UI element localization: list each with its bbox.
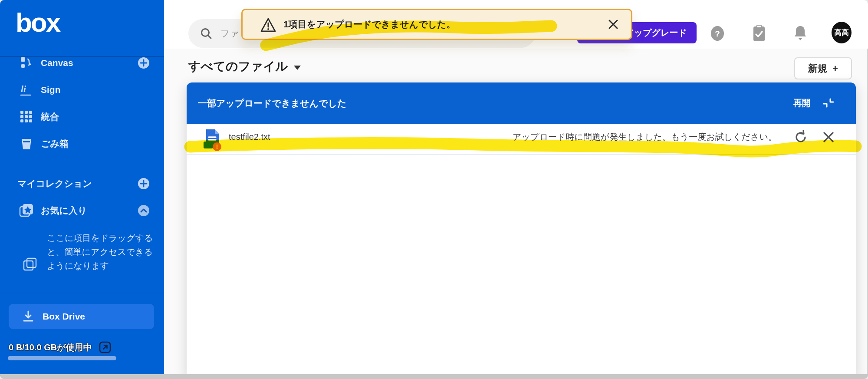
external-link-icon[interactable] [99,341,111,353]
page-title-dropdown[interactable]: すべてのファイル [188,58,301,75]
grid-icon [19,109,34,124]
resume-button[interactable]: 再開 [793,82,811,124]
avatar[interactable]: 高高 [832,22,852,43]
favorites-drag-hint: ここに項目をドラッグすると、簡単にアクセスできるようになります [47,231,158,273]
new-button[interactable]: 新規 + [794,57,852,79]
notifications-bell-icon[interactable] [792,25,808,42]
warning-icon [260,17,276,35]
chevron-down-icon [294,66,301,70]
box-drive-button[interactable]: Box Drive [9,304,154,329]
sidebar-item-sign[interactable]: li Sign [0,77,164,102]
new-button-label: 新規 [808,62,827,75]
toast-message: 1項目をアップロードできませんでした。 [283,10,456,39]
upload-widget-header: 一部アップロードできませんでした 再開 [187,82,856,124]
svg-text:!: ! [216,143,218,150]
sidebar-item-canvas[interactable]: Canvas [0,50,164,76]
page-title: すべてのファイル [188,58,288,75]
storage-progress-bar [8,356,116,360]
retry-upload-icon[interactable] [793,130,808,146]
sidebar-item-label: 統合 [41,111,59,123]
file-name: testfile2.txt [229,124,270,150]
drag-items-icon [23,257,37,274]
toast-close-icon[interactable] [607,18,620,32]
upload-error-toast: 1項目をアップロードできませんでした。 [241,9,632,40]
sidebar-item-integrations[interactable]: 統合 [0,104,164,129]
upload-file-row[interactable]: ! testfile2.txt アップロード時に問題が発生しました。もう一度お試… [187,124,856,155]
sign-icon: li [19,82,34,97]
canvas-icon [19,56,34,70]
sidebar-item-label: お気に入り [41,204,87,217]
upload-widget-title: 一部アップロードできませんでした [198,82,346,124]
box-logo: box [16,7,59,38]
add-collection-button[interactable] [136,176,151,191]
storage-usage: 0 B/10.0 GBが使用中 [9,340,111,354]
trash-icon [19,136,34,151]
collapse-widget-icon[interactable] [821,96,836,111]
upload-widget: 一部アップロードできませんでした 再開 ! testfile2.txt アップロ… [187,82,856,376]
sidebar-item-label: ごみ箱 [41,138,69,150]
sidebar-item-label: Canvas [41,58,73,68]
svg-text:?: ? [715,29,720,38]
help-icon[interactable]: ? [710,25,725,42]
canvas-add-button[interactable] [136,56,151,70]
my-collections-label: マイコレクション [17,178,92,190]
tasks-clipboard-icon[interactable] [751,25,767,42]
favorites-collapse-button[interactable] [136,203,151,218]
text-file-icon: ! [203,129,224,153]
window-bottom-edge [0,374,868,379]
svg-text:li: li [21,83,26,94]
sidebar-item-label: Sign [41,85,61,95]
storage-usage-text: 0 B/10.0 GBが使用中 [9,342,92,353]
sidebar-section-my-collections[interactable]: マイコレクション [0,171,164,196]
box-app-window: box Canvas li Sign 統合 [0,0,868,379]
download-icon [21,309,36,324]
sidebar: box Canvas li Sign 統合 [0,0,164,376]
search-icon [200,27,213,40]
remove-upload-icon[interactable] [822,131,835,145]
favorites-star-icon [19,203,34,218]
file-error-message: アップロード時に問題が発生しました。もう一度お試しください。 [513,124,777,150]
sidebar-item-favorites[interactable]: お気に入り [0,198,164,223]
plus-icon: + [832,63,838,74]
sidebar-divider [0,292,164,292]
box-drive-label: Box Drive [43,311,85,322]
sidebar-item-trash[interactable]: ごみ箱 [0,131,164,156]
